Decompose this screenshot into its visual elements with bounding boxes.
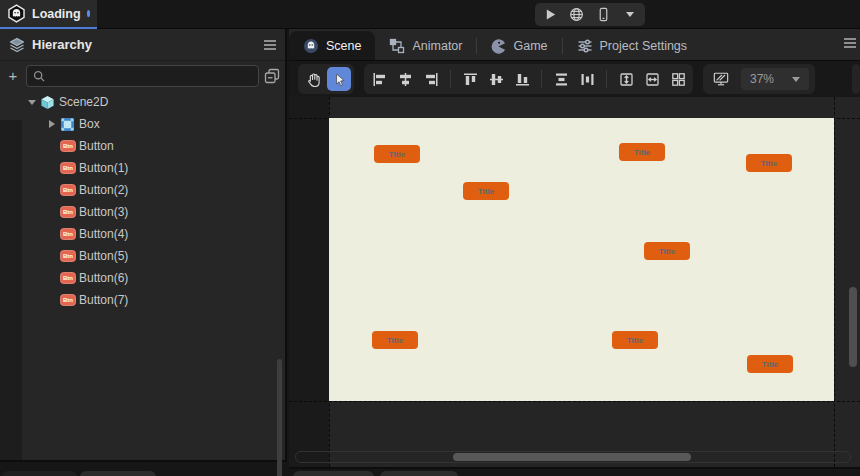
tab-project-settings-label: Project Settings	[600, 39, 688, 53]
tree-item-label: Scene2D	[59, 95, 108, 109]
tree-item-button-6-[interactable]: BtnButton(6)	[0, 267, 285, 289]
viewport-horizontal-scrollbar-thumb[interactable]	[453, 453, 691, 461]
align-middle-vertical-icon[interactable]	[484, 67, 508, 91]
tree-item-button-7-[interactable]: BtnButton(7)	[0, 289, 285, 311]
tree-item-button-1-[interactable]: BtnButton(1)	[0, 157, 285, 179]
caret-down-icon[interactable]	[24, 96, 40, 109]
viewport-vertical-scrollbar[interactable]	[849, 287, 857, 367]
tree-item-label: Button(5)	[79, 249, 128, 263]
select-cursor-tool-button[interactable]	[327, 67, 351, 91]
tab-animator[interactable]: Animator	[375, 32, 476, 60]
search-input[interactable]	[49, 69, 252, 83]
button-node-icon: Btn	[60, 182, 79, 198]
hierarchy-search-box[interactable]	[26, 65, 259, 87]
tool-group-view: 37%	[703, 64, 815, 94]
preview-options-caret-icon[interactable]	[619, 4, 641, 26]
align-bottom-icon[interactable]	[510, 67, 534, 91]
tree-item-label: Button	[79, 139, 114, 153]
scene-viewport[interactable]: TitleTitleTitleTitleTitleTitleTitleTitle	[289, 97, 860, 467]
zoom-level-value: 37%	[750, 72, 792, 86]
canvas-ui-button-3[interactable]: Title	[746, 154, 792, 172]
canvas-ui-button-5[interactable]: Title	[372, 331, 418, 349]
document-tab-loading[interactable]: Loading	[0, 0, 97, 29]
zoom-level-dropdown[interactable]: 37%	[741, 68, 809, 90]
add-node-button[interactable]: +	[5, 68, 21, 84]
design-canvas[interactable]: TitleTitleTitleTitleTitleTitleTitleTitle	[329, 118, 834, 401]
tree-item-label: Button(1)	[79, 161, 128, 175]
align-left-icon[interactable]	[367, 67, 391, 91]
distribute-horizontal-icon[interactable]	[575, 67, 599, 91]
display-resolution-icon[interactable]	[709, 67, 733, 91]
toolbar-separator	[450, 70, 451, 88]
tree-item-button[interactable]: BtnButton	[0, 135, 285, 157]
svg-text:Btn: Btn	[63, 143, 73, 149]
align-center-horizontal-icon[interactable]	[393, 67, 417, 91]
tab-scene-label: Scene	[326, 39, 361, 53]
tab-animator-label: Animator	[412, 39, 462, 53]
canvas-ui-button-2[interactable]: Title	[619, 143, 665, 161]
game-pacman-icon	[491, 39, 506, 54]
scene-panel-menu-button[interactable]	[844, 38, 856, 48]
app-logo-ghost-hexagon-icon	[7, 4, 26, 23]
button-node-icon: Btn	[60, 160, 79, 176]
hierarchy-menu-button[interactable]	[264, 40, 276, 50]
unsaved-indicator-dot	[87, 10, 90, 17]
settings-sliders-icon	[577, 38, 593, 54]
box-node-icon	[60, 116, 79, 132]
fit-height-icon[interactable]	[614, 67, 638, 91]
align-right-icon[interactable]	[419, 67, 443, 91]
tree-item-label: Button(7)	[79, 293, 128, 307]
pan-hand-tool-button[interactable]	[301, 67, 325, 91]
scene-toolbar: 37%	[289, 61, 860, 97]
canvas-ui-button-1[interactable]: Title	[463, 182, 509, 200]
canvas-ui-button-6[interactable]: Title	[612, 331, 658, 349]
search-icon	[33, 70, 45, 82]
button-node-icon: Btn	[60, 204, 79, 220]
viewport-left-strip	[289, 97, 329, 467]
button-node-icon: Btn	[60, 138, 79, 154]
tree-item-button-5-[interactable]: BtnButton(5)	[0, 245, 285, 267]
align-top-icon[interactable]	[458, 67, 482, 91]
hierarchy-panel-header: Hierarchy	[0, 29, 285, 61]
caret-right-icon[interactable]	[44, 120, 60, 128]
bottom-panel-tab[interactable]	[380, 471, 458, 476]
canvas-bottom-guide	[289, 401, 860, 402]
collapse-all-icon[interactable]	[264, 68, 280, 84]
browser-preview-globe-icon[interactable]	[566, 4, 588, 26]
bottom-panel-tab[interactable]	[80, 471, 156, 476]
tree-item-label: Button(4)	[79, 227, 128, 241]
canvas-ui-button-7[interactable]: Title	[747, 355, 793, 373]
hierarchy-panel-title: Hierarchy	[32, 37, 257, 52]
button-node-icon: Btn	[60, 226, 79, 242]
preview-controls	[535, 3, 645, 26]
layers-icon	[9, 37, 25, 53]
device-preview-phone-icon[interactable]	[592, 4, 614, 26]
bottom-panel-tab[interactable]	[2, 471, 77, 476]
canvas-ui-button-4[interactable]: Title	[644, 242, 690, 260]
toolbar-separator	[541, 70, 542, 88]
chevron-down-icon	[792, 77, 800, 86]
tab-scene[interactable]: Scene	[289, 31, 375, 60]
viewport-horizontal-scrollbar-track[interactable]	[295, 451, 851, 463]
bottom-panel-tab[interactable]	[293, 471, 374, 476]
svg-text:Btn: Btn	[63, 275, 73, 281]
svg-text:Btn: Btn	[63, 187, 73, 193]
tree-item-scene2d[interactable]: Scene2D	[0, 91, 285, 113]
tree-item-label: Button(2)	[79, 183, 128, 197]
tool-group-navigation	[298, 64, 354, 94]
hierarchy-panel: Hierarchy + Scene2DBoxBtnButtonBtnButton…	[0, 29, 287, 462]
distribute-vertical-icon[interactable]	[549, 67, 573, 91]
play-button[interactable]	[539, 4, 561, 26]
fit-width-icon[interactable]	[640, 67, 664, 91]
grid-layout-icon[interactable]	[666, 67, 690, 91]
tab-game[interactable]: Game	[477, 32, 561, 60]
editor-tab-bar: Scene Animator Game	[289, 29, 860, 61]
canvas-ui-button-0[interactable]: Title	[374, 145, 420, 163]
hierarchy-scrollbar-thumb[interactable]	[277, 359, 282, 476]
hierarchy-search-row: +	[0, 61, 285, 91]
tree-item-box[interactable]: Box	[0, 113, 285, 135]
tree-item-button-4-[interactable]: BtnButton(4)	[0, 223, 285, 245]
tab-project-settings[interactable]: Project Settings	[563, 32, 702, 60]
tree-item-button-3-[interactable]: BtnButton(3)	[0, 201, 285, 223]
tree-item-button-2-[interactable]: BtnButton(2)	[0, 179, 285, 201]
